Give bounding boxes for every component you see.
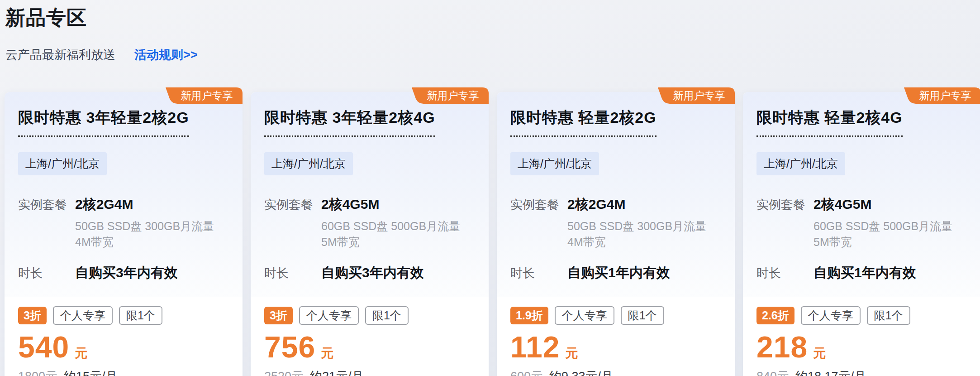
spec-row-duration: 时长 自购买1年内有效 (756, 264, 967, 282)
region-tag: 上海/广州/北京 (264, 152, 353, 175)
original-price: 1800元 (18, 368, 57, 376)
package-detail-line1: 50GB SSD盘 300GB月流量 (567, 218, 706, 234)
package-detail: 60GB SSD盘 500GB月流量 5M带宽 (813, 218, 952, 250)
old-price-row: 600元 约9.33元/月 (510, 368, 721, 376)
card-top-section: 限时特惠 3年轻量2核2G 上海/广州/北京 实例套餐 2核2G4M 50GB … (5, 92, 243, 297)
price-unit: 元 (321, 345, 333, 362)
old-price-row: 840元 约18.17元/月 (756, 368, 967, 376)
monthly-price: 约9.33元/月 (549, 368, 613, 376)
original-price: 600元 (510, 368, 543, 376)
card-price-section: 2.6折 个人专享 限1个 218 元 840元 约18.17元/月 (743, 297, 980, 376)
new-user-ribbon: 新用户专享 (653, 87, 735, 104)
package-detail-line1: 60GB SSD盘 500GB月流量 (813, 218, 952, 234)
package-label: 实例套餐 (18, 195, 75, 250)
personal-tag: 个人专享 (299, 306, 359, 325)
price-row: 218 元 (756, 332, 967, 362)
limit-tag: 限1个 (365, 306, 409, 325)
spec-grid: 实例套餐 2核4G5M 60GB SSD盘 500GB月流量 5M带宽 时长 自… (756, 195, 967, 282)
package-label: 实例套餐 (264, 195, 321, 250)
personal-tag: 个人专享 (555, 306, 614, 325)
product-card[interactable]: 新用户专享 限时特惠 轻量2核4G 上海/广州/北京 实例套餐 2核4G5M 6… (743, 92, 980, 376)
monthly-price: 约15元/月 (64, 368, 118, 376)
spec-grid: 实例套餐 2核2G4M 50GB SSD盘 300GB月流量 4M带宽 时长 自… (18, 195, 229, 282)
package-detail-line1: 60GB SSD盘 500GB月流量 (321, 218, 460, 234)
product-card[interactable]: 新用户专享 限时特惠 轻量2核2G 上海/广州/北京 实例套餐 2核2G4M 5… (497, 92, 735, 376)
old-price-row: 2520元 约21元/月 (264, 368, 475, 376)
price-row: 756 元 (264, 332, 475, 362)
ribbon-label: 新用户专享 (915, 87, 975, 104)
price-unit: 元 (75, 345, 87, 362)
original-price: 2520元 (264, 368, 304, 376)
page-header: 新品专区 云产品最新福利放送 活动规则>> (0, 0, 980, 63)
limit-tag: 限1个 (119, 306, 162, 325)
card-title: 限时特惠 轻量2核2G (510, 107, 657, 137)
duration-label: 时长 (264, 264, 321, 282)
page-subtitle: 云产品最新福利放送 (5, 47, 115, 63)
product-cards-row: 新用户专享 限时特惠 3年轻量2核2G 上海/广州/北京 实例套餐 2核2G4M… (0, 92, 980, 376)
package-value: 2核2G4M (75, 195, 214, 214)
card-price-section: 3折 个人专享 限1个 540 元 1800元 约15元/月 (5, 297, 243, 376)
old-price-row: 1800元 约15元/月 (18, 368, 229, 376)
activity-rules-link[interactable]: 活动规则>> (134, 47, 198, 63)
card-price-section: 3折 个人专享 限1个 756 元 2520元 约21元/月 (251, 297, 489, 376)
region-tag: 上海/广州/北京 (18, 152, 107, 175)
package-detail-line2: 5M带宽 (813, 234, 952, 250)
card-price-section: 1.9折 个人专享 限1个 112 元 600元 约9.33元/月 (497, 297, 735, 376)
card-title: 限时特惠 轻量2核4G (756, 107, 903, 137)
spec-row-package: 实例套餐 2核4G5M 60GB SSD盘 500GB月流量 5M带宽 (264, 195, 475, 250)
package-label: 实例套餐 (756, 195, 813, 250)
tags-row: 1.9折 个人专享 限1个 (510, 306, 721, 325)
new-user-ribbon: 新用户专享 (407, 87, 489, 104)
discount-tag: 3折 (18, 307, 47, 324)
duration-value: 自购买1年内有效 (567, 264, 670, 282)
ribbon-label: 新用户专享 (176, 87, 237, 104)
spec-row-package: 实例套餐 2核4G5M 60GB SSD盘 500GB月流量 5M带宽 (756, 195, 967, 250)
duration-label: 时长 (510, 264, 567, 282)
package-detail-line2: 4M带宽 (567, 234, 706, 250)
original-price: 840元 (756, 368, 789, 376)
discount-tag: 3折 (264, 307, 293, 324)
limit-tag: 限1个 (867, 306, 910, 325)
package-value: 2核4G5M (813, 195, 952, 214)
package-detail-line2: 5M带宽 (321, 234, 460, 250)
ribbon-label: 新用户专享 (669, 87, 729, 104)
card-top-section: 限时特惠 轻量2核4G 上海/广州/北京 实例套餐 2核4G5M 60GB SS… (743, 92, 980, 297)
package-detail: 60GB SSD盘 500GB月流量 5M带宽 (321, 218, 460, 250)
spec-row-package: 实例套餐 2核2G4M 50GB SSD盘 300GB月流量 4M带宽 (510, 195, 721, 250)
tags-row: 3折 个人专享 限1个 (264, 306, 475, 325)
package-detail: 50GB SSD盘 300GB月流量 4M带宽 (75, 218, 214, 250)
duration-value: 自购买1年内有效 (813, 264, 916, 282)
personal-tag: 个人专享 (53, 306, 113, 325)
price-row: 112 元 (510, 332, 721, 362)
card-top-section: 限时特惠 轻量2核2G 上海/广州/北京 实例套餐 2核2G4M 50GB SS… (497, 92, 735, 297)
spec-row-duration: 时长 自购买3年内有效 (18, 264, 229, 282)
price-value: 218 (756, 332, 808, 362)
price-unit: 元 (565, 345, 578, 362)
package-label: 实例套餐 (510, 195, 567, 250)
price-value: 540 (18, 332, 69, 362)
duration-value: 自购买3年内有效 (321, 264, 424, 282)
duration-value: 自购买3年内有效 (75, 264, 178, 282)
price-value: 112 (510, 332, 560, 362)
limit-tag: 限1个 (621, 306, 664, 325)
spec-row-duration: 时长 自购买3年内有效 (264, 264, 475, 282)
price-row: 540 元 (18, 332, 229, 362)
spec-row-duration: 时长 自购买1年内有效 (510, 264, 721, 282)
spec-grid: 实例套餐 2核2G4M 50GB SSD盘 300GB月流量 4M带宽 时长 自… (510, 195, 721, 282)
page-title: 新品专区 (5, 5, 980, 31)
package-detail-line1: 50GB SSD盘 300GB月流量 (75, 218, 214, 234)
duration-label: 时长 (18, 264, 75, 282)
new-user-ribbon: 新用户专享 (161, 87, 243, 104)
package-value: 2核4G5M (321, 195, 460, 214)
tags-row: 2.6折 个人专享 限1个 (756, 306, 967, 325)
package-detail-line2: 4M带宽 (75, 234, 214, 250)
monthly-price: 约18.17元/月 (795, 368, 866, 376)
discount-tag: 1.9折 (510, 307, 548, 324)
card-title: 限时特惠 3年轻量2核4G (264, 107, 435, 137)
price-unit: 元 (813, 345, 826, 362)
price-value: 756 (264, 332, 315, 362)
product-card[interactable]: 新用户专享 限时特惠 3年轻量2核2G 上海/广州/北京 实例套餐 2核2G4M… (5, 92, 243, 376)
tags-row: 3折 个人专享 限1个 (18, 306, 229, 325)
subtitle-row: 云产品最新福利放送 活动规则>> (5, 47, 980, 63)
product-card[interactable]: 新用户专享 限时特惠 3年轻量2核4G 上海/广州/北京 实例套餐 2核4G5M… (251, 92, 489, 376)
